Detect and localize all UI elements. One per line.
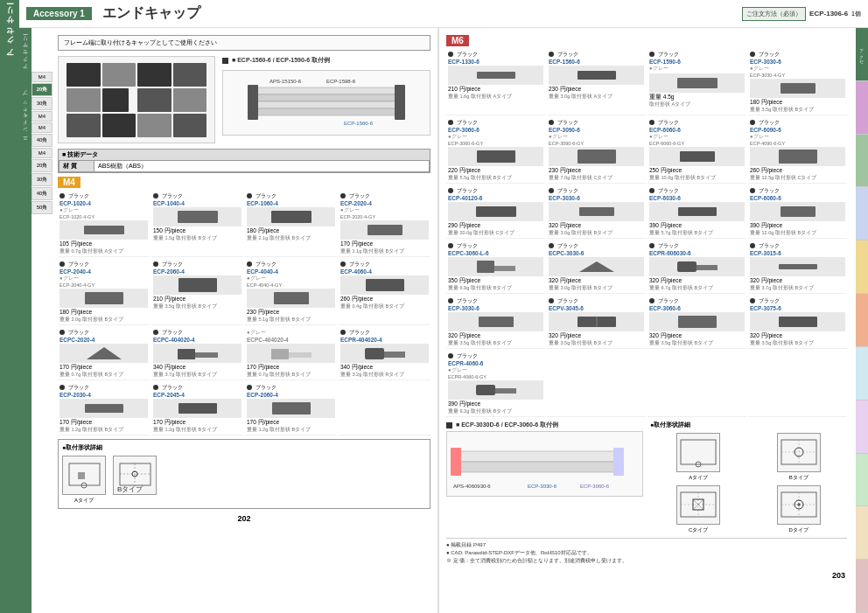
svg-rect-51 [696,265,718,270]
size-tab-50[interactable]: 50角 [32,201,52,214]
svg-rect-22 [365,348,384,359]
prod-ecp-3030-6c: ブラック ECP-3030-6 320 円/piece 重量 3.5g 取付形状… [446,296,545,349]
bullet-r16 [750,243,755,248]
svg-rect-42 [779,150,817,164]
thumb-ecp1020 [60,220,148,240]
type-a-r: Aタイプ [650,433,747,482]
prod-ecp-6060-6: ブラック ECP-6060-6 ●グレー ECP-6060-6-GY 250 円… [648,117,746,184]
install-diagram-area: ■ ECP-3030D-6 / ECP-3060-6 取付例 [446,421,847,534]
bullet-r19 [649,298,654,303]
prod-ecp-2020-4: ブラック ECP-2020-4 ●グレー ECP-2020-4-GY 170 円… [339,191,430,257]
prod-empty4 [748,351,847,417]
right-color-tabs[interactable]: アクセ [856,28,868,613]
size-tab-20b[interactable]: 20角 [32,159,52,172]
prod-ecpr-4060-6: ブラック ECPR-4060-6 ●グレー ECPR-4060-6-GY 390… [446,351,545,417]
svg-text:ECP-3030-6: ECP-3030-6 [528,484,557,489]
photo-grid [66,63,206,137]
svg-rect-19 [195,352,218,358]
left-page-number: 202 [58,512,430,525]
m6-row2: ブラック ECP-3060-6 ●グレー ECP-3060-6-GY 220 円… [446,117,847,184]
r-tab-7[interactable] [856,347,868,401]
size-tab-m4d[interactable]: M4 [32,148,52,158]
size-tab-30[interactable]: 30角 [32,97,52,110]
thumb-3015 [750,257,845,276]
r-tab-4[interactable] [856,187,868,240]
svg-marker-49 [579,261,614,272]
r-tab-11[interactable] [856,560,868,613]
black-square-icon [222,58,228,64]
size-tab-m4[interactable]: M4 [32,72,52,82]
order-label[interactable]: ご注文方法（必須） [742,7,806,21]
prod-ecp-6030-6: ブラック ECP-6030-6 390 円/piece 重量 5.7g 取付形状… [648,185,746,239]
pages-container: アクセサリー エンドキャップ M4 20角 30角 M4 M4 40角 M4 2… [19,28,868,613]
thumb-3060c [649,312,745,331]
bullet-r2 [549,52,554,57]
product-photo [58,56,215,143]
strip-accessory: アクセサリー [22,37,30,73]
r-tab-8[interactable] [856,401,868,454]
size-tabs[interactable]: M4 20角 30角 M4 M4 40角 M4 20角 30角 40角 50角 [32,72,52,214]
r-tab-10[interactable] [856,506,868,560]
type-b-r-diag [777,433,821,472]
size-tab-30b[interactable]: 30角 [32,173,52,186]
bullet-black [60,193,65,199]
attach-detail-title: ●取付形状詳細 [650,421,847,429]
svg-rect-11 [271,211,312,223]
r-tab-3[interactable] [856,135,868,188]
right-page: M6 ブラック ECP-1330-6 210 円/piece 重量 1.6g 取… [439,28,868,613]
type-d-r-label: Dタイプ [789,526,808,534]
r-tab-2[interactable] [856,81,868,135]
bullet-r6 [549,120,554,125]
svg-rect-56 [678,316,717,328]
svg-rect-40 [578,150,616,164]
material-title: ■ 技術データ [59,150,430,160]
bullet8 [340,261,346,267]
thumb-ecp2040 [60,289,148,308]
type-b-svg: Bタイプ [116,459,155,492]
type-a-label: Aタイプ [74,497,94,505]
thumb-3060 [448,147,543,166]
attach-detail-right: ●取付形状詳細 Aタイプ [650,421,847,534]
prod-ecpc-grey: ●グレー ECPC-404020-4 170 円/piece 重量 0.7g 取… [245,327,337,380]
size-tab-40b[interactable]: 40角 [32,187,52,200]
svg-rect-37 [677,78,718,88]
prod-ecp-1060-4: ブラック ECP-1060-4 180 円/piece 重量 2.1g 取付形状… [245,191,337,257]
svg-text:Bタイプ: Bタイプ [117,485,144,492]
header-right: ご注文方法（必須） ECP-1306-6 1個 [742,7,861,21]
install-left: ■ ECP-3030D-6 / ECP-3060-6 取付例 [446,421,643,534]
prod-ecp-3075-6: ブラック ECP-3075-6 320 円/piece 重量 3.5g 取付形状… [748,296,847,349]
prod-empty [339,382,430,435]
thumb-3075 [750,312,845,331]
size-tab-20[interactable]: 20角 [32,83,52,96]
size-tab-40[interactable]: 40角 [32,134,52,147]
prod-ecp-2040-4: ブラック ECP-2040-4 ●グレー ECP-2040-4-GY 180 円… [58,259,150,325]
thumb-ecp1060 [247,207,335,226]
bullet-r3 [649,52,654,57]
left-page-content: フレーム端に取り付けるキャップとしてご使用ください [23,31,434,610]
svg-rect-48 [494,266,515,271]
type-a-r-diag [676,433,720,472]
prod-ecpr-606030-6: ブラック ECPR-606030-6 320 円/piece 重量 6.7g 取… [648,240,746,294]
svg-rect-16 [366,279,404,291]
thumb-1330 [448,66,543,85]
r-tab-9[interactable] [856,454,868,507]
material-val: ABS樹脂（ABS） [94,161,430,172]
thumb-ecpr [340,344,429,363]
prod-ecpr-404020-4: ブラック ECPR-404020-4 340 円/piece 重量 3.2g 取… [339,327,430,380]
prod-ecp-3090-6: ブラック ECP-3090-6 ●グレー ECP-3090-6-GY 230 円… [547,117,646,184]
thumb-ecp2060b [247,399,335,418]
r-tab-6[interactable] [856,294,868,347]
svg-rect-3 [256,108,396,115]
m4-badge: M4 [58,177,80,188]
svg-rect-15 [274,292,309,304]
svg-rect-23 [384,352,405,358]
left-sidebar: アクセサリー [0,0,19,613]
svg-text:APS-4060930-6: APS-4060930-6 [453,484,491,489]
bullet5 [60,261,65,267]
prod-ecp-2045-4: ブラック ECP-2045-4 170 円/piece 重量 1.2g 取付形状… [151,382,243,435]
size-tab-m4c[interactable]: M4 [32,122,52,133]
thumb-40120 [448,202,543,221]
r-tab-1[interactable]: アクセ [856,28,868,81]
size-tab-m4b[interactable]: M4 [32,111,52,122]
r-tab-5[interactable] [856,240,868,294]
